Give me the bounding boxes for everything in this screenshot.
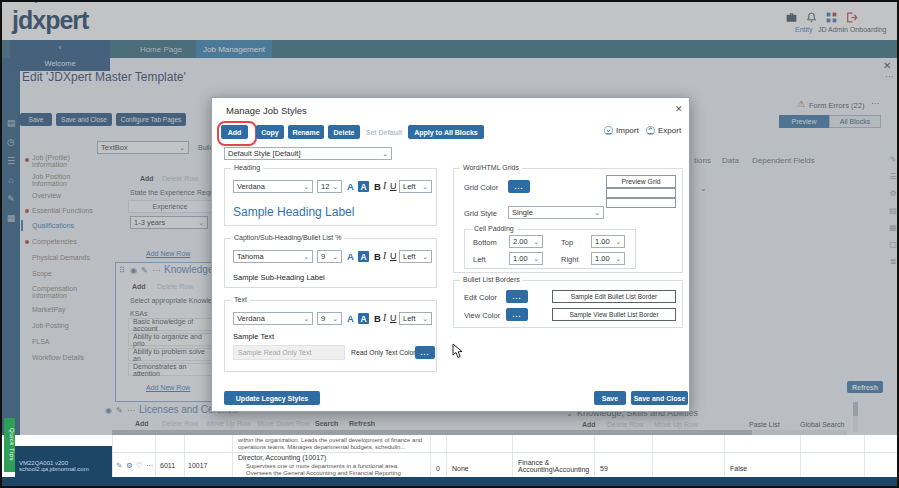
heading-size-select[interactable]: 12⌄ [317, 180, 342, 193]
view-border-sample: Sample View Bullet List Border [552, 308, 676, 321]
bold-button[interactable]: B [374, 251, 381, 262]
cell-flag: False [730, 465, 747, 472]
style-add-button[interactable]: Add [221, 125, 248, 139]
cell-job-code: 6011 [160, 462, 175, 469]
bullet-borders-legend: Bullet List Borders [460, 276, 523, 283]
dialog-save-button[interactable]: Save [594, 391, 626, 405]
grids-legend: Word/HTML Grids [460, 164, 522, 171]
heading-font-select[interactable]: Verdana⌄ [233, 180, 313, 193]
environment-info-box: VM22QA001 v200 school2.qa.jdxnormal.com [15, 446, 112, 478]
bottom-status-bar [2, 477, 897, 486]
chevron-down-icon: ⌄ [382, 150, 388, 158]
highlight-color-button[interactable]: A [358, 251, 369, 262]
padding-right-label: Right [561, 255, 579, 264]
style-rename-button[interactable]: Rename [288, 125, 324, 139]
caption-font-select[interactable]: Tahoma⌄ [233, 250, 313, 263]
padding-bottom-label: Bottom [473, 238, 497, 247]
export-button[interactable]: Export [646, 126, 681, 135]
bold-button[interactable]: B [374, 313, 381, 324]
dialog-close-icon[interactable]: ✕ [675, 104, 683, 114]
text-align-select[interactable]: Left⌄ [399, 312, 432, 325]
bullet-borders-fieldset: Bullet List Borders Edit Color ... Sampl… [453, 280, 683, 328]
underline-button[interactable]: U [390, 313, 397, 323]
update-legacy-styles-button[interactable]: Update Legacy Styles [224, 391, 320, 405]
font-color-button[interactable]: A [347, 313, 354, 324]
gear-icon[interactable]: ⚙ [126, 461, 133, 470]
style-select[interactable]: Default Style [Default]⌄ [224, 147, 392, 160]
padding-left-select[interactable]: 1.00⌄ [509, 252, 543, 265]
text-sample: Sample Text [233, 332, 274, 341]
edit-color-label: Edit Color [464, 293, 497, 302]
chevron-down-icon: ⌄ [332, 253, 338, 261]
cell-padding-legend: Cell Padding [471, 225, 517, 232]
text-font-select[interactable]: Verdana⌄ [233, 312, 313, 325]
bold-button[interactable]: B [374, 181, 381, 192]
env-host: school2.qa.jdxnormal.com [15, 466, 112, 472]
grid-style-label: Grid Style [464, 209, 497, 218]
caption-fieldset: Caption/Sub-Heading/Bullet List % Tahoma… [224, 238, 437, 288]
chevron-down-icon: ⌄ [303, 315, 309, 323]
heart-icon[interactable]: ♡ [136, 461, 143, 470]
caption-size-select[interactable]: 9⌄ [317, 250, 342, 263]
edit-border-sample: Sample Edit Bullet List Border [552, 290, 676, 303]
set-default-button-disabled: Set Default [364, 125, 404, 139]
caption-legend: Caption/Sub-Heading/Bullet List % [231, 234, 344, 241]
grid-color-picker-button[interactable]: ... [508, 180, 530, 193]
text-fieldset: Text Verdana⌄ 9⌄ A A B I U Left⌄ Sample … [224, 300, 437, 372]
readonly-sample-input: Sample Read Only Text [233, 345, 345, 360]
readonly-color-picker-button[interactable]: ... [415, 346, 435, 359]
edit-icon[interactable]: ✎ [116, 461, 122, 470]
chevron-down-icon: ⌄ [303, 253, 309, 261]
results-grid: within the organization. Leads the overa… [2, 435, 897, 486]
underline-button[interactable]: U [390, 181, 397, 191]
italic-button[interactable]: I [383, 181, 386, 191]
text-size-select[interactable]: 9⌄ [317, 312, 342, 325]
apply-to-all-blocks-button[interactable]: Apply to All Blocks [408, 125, 484, 139]
caption-align-select[interactable]: Left⌄ [399, 250, 432, 263]
cell-number: 59 [600, 465, 608, 472]
import-icon [604, 126, 613, 135]
padding-top-select[interactable]: 1.00⌄ [591, 235, 625, 248]
font-color-button[interactable]: A [347, 181, 354, 192]
cell-none: None [452, 465, 469, 472]
padding-bottom-select[interactable]: 2.00⌄ [509, 235, 543, 248]
padding-right-select[interactable]: 1.00⌄ [591, 252, 625, 265]
caption-sample: Sample Sub-Heading Label [233, 273, 325, 282]
grid-color-label: Grid Color [464, 183, 498, 192]
view-color-picker-button[interactable]: ... [506, 308, 528, 321]
table-row-partial-description: within the organization. Leads the overa… [238, 437, 428, 451]
chevron-down-icon: ⌄ [615, 238, 621, 246]
highlight-color-button[interactable]: A [358, 313, 369, 324]
chevron-down-icon: ⌄ [533, 238, 539, 246]
style-copy-button[interactable]: Copy [256, 125, 284, 139]
cell-padding-fieldset: Cell Padding Bottom 2.00⌄ Top 1.00⌄ Left… [464, 229, 636, 269]
grid-style-select[interactable]: Single⌄ [508, 206, 604, 219]
import-button[interactable]: Import [604, 126, 639, 135]
view-color-label: View Color [464, 311, 500, 320]
more-icon[interactable]: ⋯ [146, 461, 154, 470]
dialog-save-and-close-button[interactable]: Save and Close [631, 391, 688, 405]
padding-top-label: Top [561, 238, 573, 247]
highlight-color-button[interactable]: A [358, 181, 369, 192]
export-icon [646, 126, 655, 135]
chevron-down-icon: ⌄ [615, 255, 621, 263]
heading-legend: Heading [231, 164, 263, 171]
font-color-button[interactable]: A [347, 251, 354, 262]
chevron-down-icon: ⌄ [332, 315, 338, 323]
padding-left-label: Left [473, 255, 486, 264]
preview-grid-row [606, 198, 676, 208]
app-window: jdxˇpert Entity JD Admin Onboarding Welc… [0, 0, 899, 488]
cell-job-title[interactable]: Director, Accounting (10017) [238, 454, 326, 461]
readonly-color-label: Read Only Text Color [351, 349, 415, 356]
mouse-cursor [452, 343, 464, 359]
chevron-down-icon: ⌄ [422, 183, 428, 191]
style-delete-button[interactable]: Delete [328, 125, 360, 139]
preview-grid-header: Preview Grid [606, 175, 676, 188]
italic-button[interactable]: I [383, 251, 386, 261]
underline-button[interactable]: U [390, 251, 397, 261]
edit-color-picker-button[interactable]: ... [506, 290, 528, 303]
italic-button[interactable]: I [383, 313, 386, 323]
heading-align-select[interactable]: Left⌄ [399, 180, 432, 193]
manage-job-styles-dialog: Manage Job Styles ✕ Add Copy Rename Dele… [211, 97, 690, 412]
quick-tips-tab[interactable]: Quick Tips [4, 418, 15, 472]
